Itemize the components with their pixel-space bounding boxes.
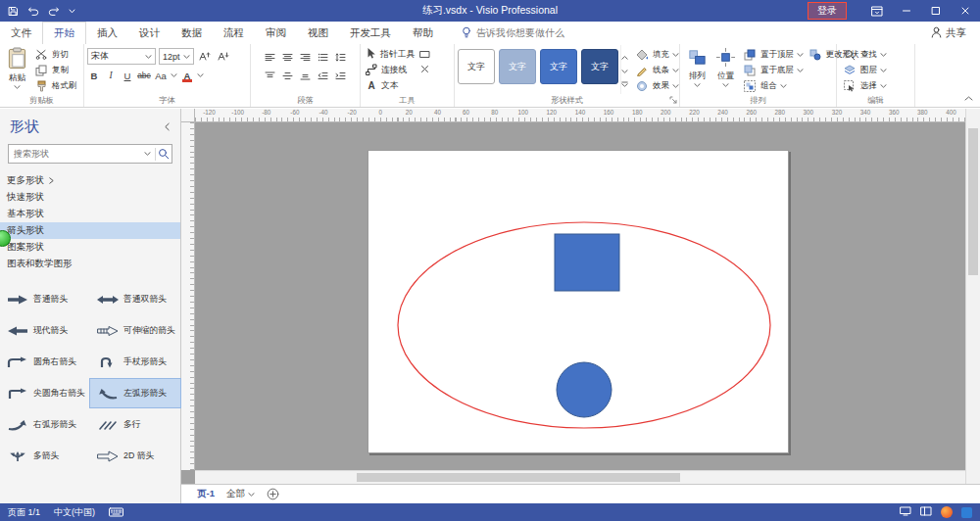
collapse-panel-button[interactable] [164, 122, 171, 131]
bullets-button[interactable] [316, 50, 331, 64]
page-indicator[interactable]: 页面 1/1 [8, 506, 40, 519]
indent-increase-button[interactable] [333, 69, 349, 82]
category-pattern-shapes[interactable]: 图案形状 [0, 239, 180, 256]
underline-button[interactable]: U [121, 69, 134, 82]
tab-review[interactable]: 审阅 [255, 22, 297, 44]
language-indicator[interactable]: 中文(中国) [54, 506, 95, 519]
category-basic-shapes[interactable]: 基本形状 [0, 206, 180, 222]
italic-button[interactable]: I [104, 69, 118, 82]
connection-point-tool-button[interactable] [416, 62, 432, 75]
category-arrow-shapes[interactable]: 箭头形状 [0, 222, 180, 239]
tab-process[interactable]: 流程 [213, 22, 255, 44]
quick-access-caret-icon[interactable] [69, 9, 75, 14]
align-center-button[interactable] [280, 50, 296, 64]
line-button[interactable]: 线条 [632, 63, 681, 77]
horizontal-scrollbar[interactable] [195, 470, 965, 484]
tab-view[interactable]: 视图 [297, 22, 339, 44]
tell-me-box[interactable]: 告诉我你想要做什么 [462, 22, 564, 44]
redo-icon[interactable] [48, 6, 60, 17]
layers-button[interactable]: 图层 [840, 63, 889, 77]
category-more-shapes[interactable]: 更多形状 [0, 172, 180, 189]
stencil-item-cane-arrow[interactable]: 手杖形箭头 [90, 348, 180, 376]
blue-circle-shape[interactable] [557, 362, 612, 417]
shape-search-input[interactable] [9, 149, 139, 159]
shape-style-tile-1[interactable]: 文字 [458, 49, 495, 84]
category-charts-math-shapes[interactable]: 图表和数学图形 [0, 256, 180, 272]
vertical-scrollbar[interactable] [965, 109, 980, 470]
shrink-font-button[interactable] [216, 50, 231, 64]
close-icon[interactable] [951, 0, 980, 22]
shape-style-tile-2[interactable]: 文字 [499, 49, 536, 84]
shape-search-box[interactable] [8, 144, 172, 164]
stencil-item-simple-arrow[interactable]: 普通箭头 [0, 285, 90, 313]
page-tab-1[interactable]: 页-1 [197, 488, 215, 500]
stencil-item-left-arc-arrow[interactable]: 左弧形箭头 [90, 379, 180, 407]
vertical-scrollbar-thumb[interactable] [968, 128, 978, 275]
position-button[interactable]: 位置 [711, 45, 740, 94]
blue-square-shape[interactable] [555, 234, 619, 291]
save-icon[interactable] [8, 6, 19, 17]
align-button[interactable]: 排列 [683, 45, 711, 94]
text-tool-button[interactable]: A文本 [364, 78, 416, 93]
group-button[interactable]: 组合 [740, 78, 806, 93]
stencil-item-sharp-rounded-right-arrow[interactable]: 尖圆角右箭头 [0, 379, 90, 407]
window-layout-icon[interactable] [920, 506, 932, 518]
stencil-item-multi-line[interactable]: 多行 [90, 410, 180, 439]
search-options-caret[interactable] [139, 152, 155, 156]
effects-button[interactable]: 效果 [632, 78, 681, 93]
font-color-button[interactable]: A [180, 69, 194, 82]
bring-to-front-button[interactable]: 置于顶层 [740, 47, 806, 62]
tab-home[interactable]: 开始 [42, 22, 86, 45]
font-size-select[interactable]: 12pt [159, 48, 194, 65]
tab-design[interactable]: 设计 [128, 22, 171, 44]
align-top-button[interactable] [263, 69, 278, 82]
align-bottom-button[interactable] [298, 69, 314, 82]
paste-button[interactable]: 粘贴 [3, 45, 31, 94]
fill-button[interactable]: 填充 [632, 47, 681, 62]
pointer-tool-button[interactable]: 指针工具 [364, 47, 416, 62]
tab-help[interactable]: 帮助 [402, 22, 444, 44]
stencil-item-modern-arrow[interactable]: 现代箭头 [0, 316, 90, 345]
tab-developer[interactable]: 开发工具 [339, 22, 402, 44]
align-middle-button[interactable] [280, 69, 296, 82]
share-button[interactable]: 共享 [931, 22, 966, 44]
select-button[interactable]: 选择 [840, 78, 889, 93]
tab-data[interactable]: 数据 [171, 22, 213, 44]
sign-in-button[interactable]: 登录 [808, 2, 847, 20]
gallery-up-button[interactable] [621, 51, 628, 62]
insert-page-button[interactable] [267, 488, 279, 500]
copy-button[interactable]: 复制 [31, 63, 78, 77]
maximize-icon[interactable] [921, 0, 951, 22]
shape-styles-dialog-launcher[interactable] [669, 95, 677, 106]
tab-file[interactable]: 文件 [0, 22, 42, 44]
format-painter-button[interactable]: 格式刷 [31, 78, 78, 93]
stencil-item-flexible-arrow[interactable]: 可伸缩的箭头 [90, 316, 180, 345]
rectangle-tool-button[interactable] [416, 47, 432, 61]
send-to-back-button[interactable]: 置于底层 [740, 63, 806, 77]
line-spacing-button[interactable] [333, 50, 349, 64]
collapse-ribbon-button[interactable] [964, 92, 973, 103]
strikethrough-button[interactable]: abc [137, 69, 151, 82]
find-button[interactable]: 查找 [840, 47, 889, 62]
ribbon-display-options-icon[interactable] [862, 0, 892, 22]
connector-tool-button[interactable]: 连接线 [364, 63, 416, 77]
cut-button[interactable]: 剪切 [31, 47, 78, 62]
drawing-page[interactable] [368, 150, 789, 453]
gallery-down-button[interactable] [621, 65, 628, 75]
all-pages-button[interactable]: 全部 [226, 488, 255, 500]
presentation-mode-icon[interactable] [900, 506, 911, 518]
stencil-item-right-arc-arrow[interactable]: 右弧形箭头 [0, 410, 90, 439]
stencil-item-simple-double-arrow[interactable]: 普通双箭头 [90, 285, 180, 313]
search-icon[interactable] [156, 148, 172, 160]
horizontal-scrollbar-thumb[interactable] [357, 473, 680, 482]
shape-style-tile-3[interactable]: 文字 [540, 49, 577, 84]
grow-font-button[interactable] [197, 50, 213, 64]
align-left-button[interactable] [263, 50, 278, 64]
tab-insert[interactable]: 插入 [86, 22, 128, 44]
undo-icon[interactable] [27, 6, 39, 17]
gallery-more-button[interactable] [621, 78, 628, 89]
change-case-button[interactable]: Aa [154, 69, 168, 82]
minimize-icon[interactable] [892, 0, 921, 22]
stencil-item-rounded-right-arrow[interactable]: 圆角右箭头 [0, 348, 90, 376]
stencil-item-multi-arrow[interactable]: 多箭头 [0, 442, 90, 470]
